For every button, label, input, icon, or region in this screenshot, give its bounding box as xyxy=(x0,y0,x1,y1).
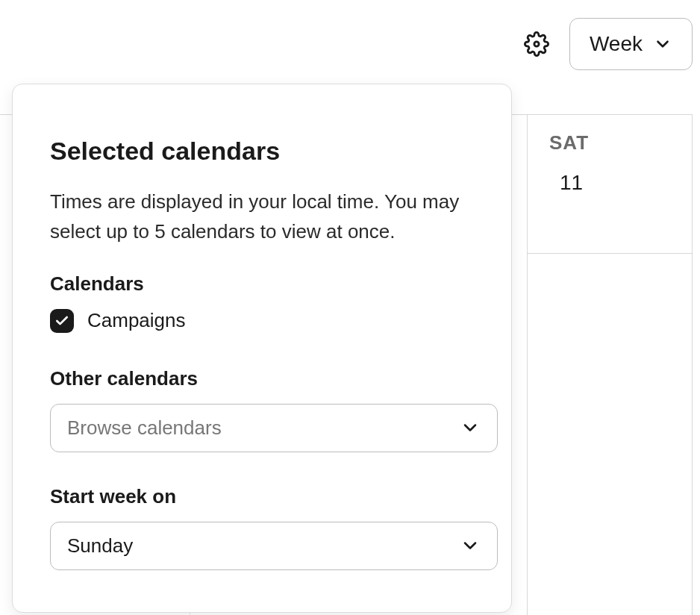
calendar-settings-popover: Selected calendars Times are displayed i… xyxy=(12,84,512,613)
popover-title: Selected calendars xyxy=(50,137,474,166)
chevron-down-icon xyxy=(653,34,672,54)
day-header-sat[interactable]: SAT 11 xyxy=(527,115,693,254)
start-week-select[interactable]: Sunday xyxy=(50,522,498,570)
other-calendars-label: Other calendars xyxy=(50,367,474,390)
view-select-label: Week xyxy=(590,32,643,56)
checkbox-checked-icon xyxy=(50,309,74,333)
view-select[interactable]: Week xyxy=(569,18,693,70)
day-of-week-label: SAT xyxy=(549,131,669,154)
day-of-month-label: 11 xyxy=(549,171,669,195)
gear-icon xyxy=(524,31,549,57)
chevron-down-icon xyxy=(460,535,481,556)
calendars-section-label: Calendars xyxy=(50,272,474,296)
calendar-checkbox-label: Campaigns xyxy=(87,309,186,332)
popover-description: Times are displayed in your local time. … xyxy=(50,187,474,247)
browse-calendars-placeholder: Browse calendars xyxy=(67,416,222,440)
calendar-checkbox-campaigns[interactable]: Campaigns xyxy=(50,309,474,333)
svg-point-0 xyxy=(534,42,539,46)
chevron-down-icon xyxy=(460,417,481,438)
browse-calendars-select[interactable]: Browse calendars xyxy=(50,404,498,452)
start-week-value: Sunday xyxy=(67,534,133,558)
settings-button[interactable] xyxy=(522,29,551,59)
toolbar: Week xyxy=(522,18,693,70)
start-week-label: Start week on xyxy=(50,485,474,508)
